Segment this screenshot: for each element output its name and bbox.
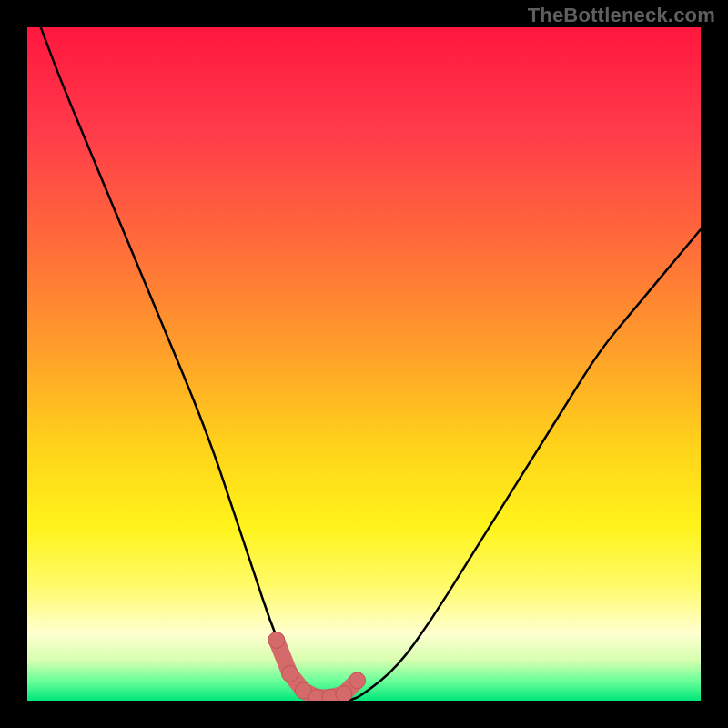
curve-marker — [268, 632, 285, 648]
chart-frame: TheBottleneck.com — [0, 0, 728, 728]
curve-marker — [282, 665, 298, 682]
curve-marker — [349, 672, 366, 689]
gradient-rect — [27, 27, 701, 701]
watermark-text: TheBottleneck.com — [528, 4, 715, 27]
plot-area — [27, 27, 701, 701]
curve-marker — [336, 686, 352, 701]
plot-svg — [27, 27, 701, 701]
